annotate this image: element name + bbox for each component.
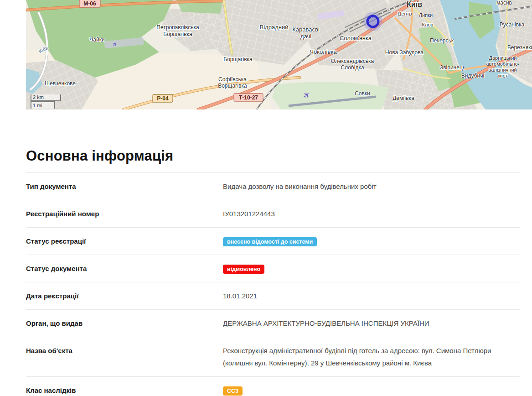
- status-badge: внесено відомості до системи: [223, 237, 317, 246]
- map-place-label: Петропавлівська: [156, 24, 199, 31]
- svg-text:М-06: М-06: [83, 0, 96, 7]
- status-badge: відмовлено: [223, 265, 264, 274]
- info-row-object-name: Назва об'єкта Реконструкція адміністрати…: [26, 337, 520, 376]
- info-label: Статус документа: [26, 262, 223, 275]
- info-label: Тип документа: [26, 180, 223, 193]
- info-value: СС3: [223, 384, 520, 396]
- map-place-label: Київ: [407, 0, 422, 8]
- map-place-label: Борщагівка: [163, 31, 192, 37]
- info-row-consequence-class: Клас наслідків СС3: [26, 376, 520, 396]
- map-place-label: Олександрівська: [331, 58, 374, 64]
- info-value: Видача дозволу на виконання будівельних …: [223, 180, 520, 193]
- map-place-label: Шевченкове: [45, 80, 76, 87]
- map-place-label: дачі: [300, 33, 311, 40]
- map-place-label: Солом'янка: [340, 35, 372, 42]
- map-place-label: Видубичі: [461, 73, 484, 79]
- scale-km: 2 km: [31, 94, 61, 102]
- map-canvas[interactable]: М-06Р-04Т-10-27✈✈ ПетропавлівськаБорщагі…: [26, 0, 532, 109]
- map-place-label: Деміївка: [393, 95, 414, 101]
- svg-text:Р-04: Р-04: [157, 95, 169, 102]
- info-row-reg-number: Реєстраційний номер ІУ013201224443: [26, 200, 520, 227]
- svg-text:Т-10-27: Т-10-27: [239, 94, 258, 101]
- map-place-label: Чоколівка: [310, 48, 337, 55]
- map-place-label: Відрадний: [260, 24, 289, 31]
- info-value: ІУ013201224443: [223, 208, 520, 220]
- info-value: Реконструкція адміністративної будівлі п…: [223, 344, 520, 369]
- scale-control: 2 km 1 mi: [31, 94, 61, 109]
- location-marker[interactable]: [363, 12, 382, 31]
- map-place-label: Центр: [398, 11, 412, 16]
- map-place-label: Совки: [355, 90, 370, 97]
- info-value: 18.01.2021: [223, 290, 520, 302]
- info-row-reg-status: Статус реєстрації внесено відомості до с…: [26, 227, 520, 255]
- map-svg: М-06Р-04Т-10-27✈✈ ПетропавлівськаБорщагі…: [26, 0, 532, 109]
- road-badge: М-06: [79, 0, 100, 7]
- info-value: відмовлено: [223, 262, 520, 275]
- map-place-label: Чайки: [89, 36, 104, 43]
- map-place-label: Борщагівка: [218, 83, 247, 89]
- info-value: ДЕРЖАВНА АРХІТЕКТУРНО-БУДІВЕЛЬНА ІНСПЕКЦ…: [223, 317, 520, 329]
- map-place-label: масив: [496, 0, 512, 6]
- info-row-issuing-authority: Орган, що видав ДЕРЖАВНА АРХІТЕКТУРНО-БУ…: [26, 309, 520, 337]
- info-row-doc-status: Статус документа відмовлено: [26, 255, 520, 282]
- info-label: Реєстраційний номер: [26, 208, 223, 220]
- info-row-reg-date: Дата реєстрації 18.01.2021: [26, 282, 520, 309]
- scale-mi: 1 mi: [31, 101, 55, 109]
- map-place-label: Клов: [422, 22, 434, 27]
- map-place-label: Караваєві: [292, 26, 320, 33]
- section-title: Основна інформація: [26, 148, 520, 164]
- info-label: Орган, що видав: [26, 317, 223, 329]
- map-place-label: Березняки: [507, 44, 532, 51]
- road-badge: Т-10-27: [234, 94, 263, 101]
- main-content: Основна інформація Тип документа Видача …: [26, 148, 520, 396]
- map-place-label: Нова Забудова: [385, 49, 424, 56]
- status-badge: СС3: [223, 386, 243, 396]
- map-place-label: Русанівка: [500, 21, 525, 28]
- map-place-label: Дарницький: [489, 55, 517, 61]
- map-place-label: Борщагівка: [223, 56, 253, 63]
- info-label: Клас наслідків: [26, 384, 223, 396]
- map-place-label: Слобідка: [341, 64, 364, 71]
- map-place-label: міст: [498, 73, 508, 78]
- info-label: Дата реєстрації: [26, 290, 223, 302]
- map-place-label: Липки: [419, 12, 433, 18]
- info-label: Назва об'єкта: [26, 344, 223, 369]
- map-place-label: Звіринець: [440, 64, 465, 71]
- info-value: внесено відомості до системи: [223, 235, 520, 247]
- map-place-label: автомобільно-: [486, 61, 520, 67]
- map-place-label: Софіївська: [218, 76, 247, 83]
- map-place-label: залізничний: [489, 67, 517, 73]
- info-label: Статус реєстрації: [26, 235, 223, 247]
- info-row-doc-type: Тип документа Видача дозволу на виконанн…: [26, 172, 520, 200]
- road-badge: Р-04: [153, 94, 173, 102]
- map-place-label: Печерськ: [430, 37, 454, 44]
